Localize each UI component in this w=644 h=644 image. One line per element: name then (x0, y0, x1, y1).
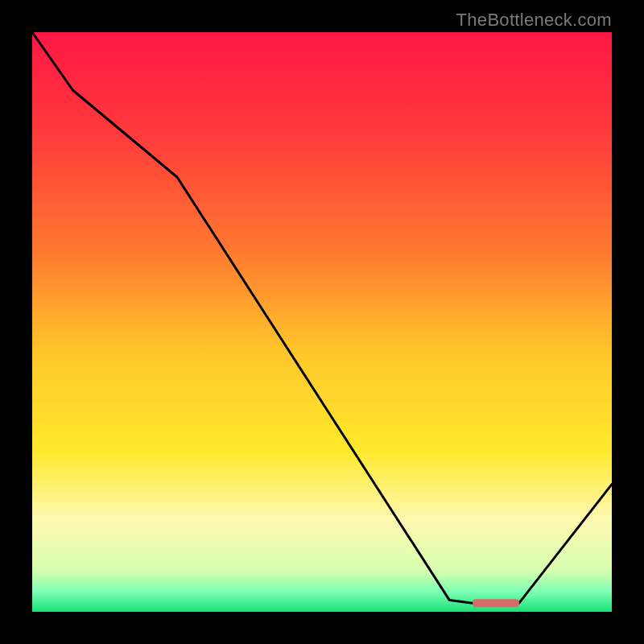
gradient-background (32, 32, 612, 612)
plot-area (32, 32, 612, 612)
chart-frame: TheBottleneck.com (0, 0, 644, 644)
optimal-range-marker (473, 599, 519, 607)
watermark-text: TheBottleneck.com (456, 10, 612, 31)
chart-svg (32, 32, 612, 612)
